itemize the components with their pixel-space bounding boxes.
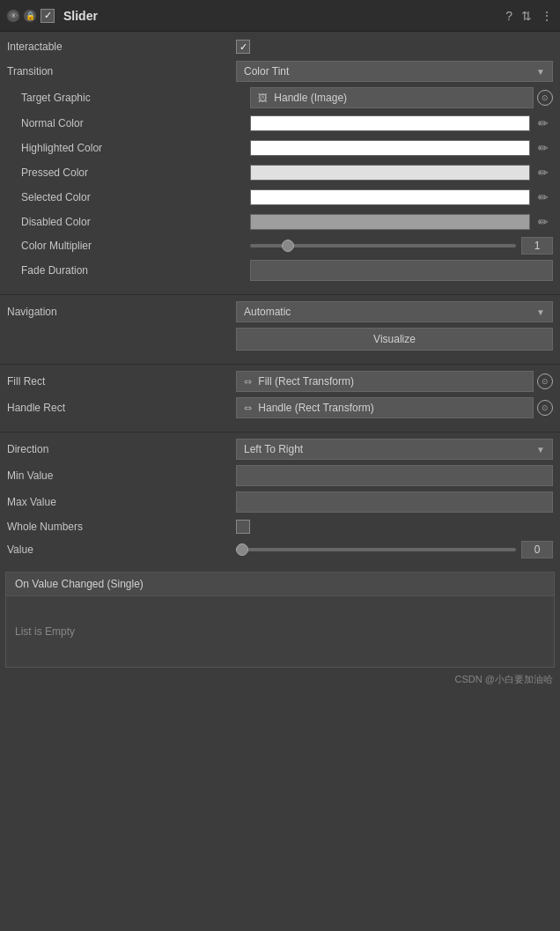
interactable-row: Interactable ✓	[0, 35, 560, 58]
max-value-row: Max Value 1	[0, 489, 560, 515]
whole-numbers-checkbox[interactable]	[236, 520, 250, 534]
target-graphic-label: Target Graphic	[21, 92, 250, 104]
target-graphic-row: Target Graphic 🖼 Handle (Image) ⊙	[0, 85, 560, 111]
value-input[interactable]	[521, 541, 553, 558]
fill-rect-label: Fill Rect	[7, 375, 236, 388]
min-value-input[interactable]: 0	[236, 465, 553, 486]
fill-rect-value: ⇔ Fill (Rect Transform) ⊙	[236, 371, 553, 392]
image-icon: 🖼	[258, 92, 268, 103]
handle-rect-field[interactable]: ⇔ Handle (Rect Transform)	[236, 397, 534, 418]
min-value-row: Min Value 0	[0, 462, 560, 489]
title-bar-right: ? ⇅ ⋮	[505, 9, 553, 23]
fade-duration-input[interactable]: 0.1	[250, 260, 553, 281]
pressed-color-label: Pressed Color	[21, 166, 250, 179]
value-slider[interactable]	[236, 548, 516, 551]
direction-dropdown-arrow: ▼	[536, 445, 545, 454]
direction-row: Direction Left To Right ▼	[0, 436, 560, 462]
visibility-icon[interactable]: 👁	[7, 10, 19, 22]
color-multiplier-label: Color Multiplier	[21, 240, 250, 252]
value-label: Value	[7, 543, 236, 556]
event-body: List is Empty	[6, 596, 554, 667]
navigation-dropdown-arrow: ▼	[536, 307, 545, 317]
selected-color-swatch[interactable]	[250, 189, 530, 205]
watermark-text: CSDN @小白要加油哈	[455, 674, 553, 684]
normal-color-row: Normal Color ✏	[0, 111, 560, 136]
transition-row: Transition Color Tint ▼	[0, 58, 560, 85]
color-multiplier-slider-container	[250, 237, 553, 255]
direction-dropdown-value: Left To Right	[244, 443, 303, 455]
transition-value: Color Tint ▼	[236, 61, 553, 82]
highlighted-color-eyedropper[interactable]: ✏	[534, 138, 553, 158]
disabled-color-row: Disabled Color ✏	[0, 210, 560, 234]
whole-numbers-label: Whole Numbers	[7, 521, 236, 533]
navigation-dropdown[interactable]: Automatic ▼	[236, 301, 553, 322]
direction-value: Left To Right ▼	[236, 439, 553, 460]
target-graphic-field[interactable]: 🖼 Handle (Image)	[250, 87, 534, 108]
target-graphic-value: 🖼 Handle (Image) ⊙	[250, 87, 553, 108]
selected-color-label: Selected Color	[21, 191, 250, 203]
watermark: CSDN @小白要加油哈	[0, 668, 560, 691]
direction-label: Direction	[7, 443, 236, 455]
pressed-color-eyedropper[interactable]: ✏	[534, 163, 553, 182]
min-value-value: 0	[236, 465, 553, 486]
title-bar-icons: 👁 🔒 ✓	[7, 9, 55, 23]
fill-rect-field[interactable]: ⇔ Fill (Rect Transform)	[236, 371, 534, 392]
fill-rect-target-icon[interactable]: ⊙	[537, 373, 553, 389]
selected-color-row: Selected Color ✏	[0, 185, 560, 210]
more-icon[interactable]: ⋮	[541, 9, 553, 23]
target-graphic-target-icon[interactable]: ⊙	[537, 90, 553, 106]
pressed-color-swatch[interactable]	[250, 165, 530, 181]
inspector-panel: Interactable ✓ Transition Color Tint ▼ T…	[0, 32, 560, 565]
direction-dropdown[interactable]: Left To Right ▼	[236, 439, 553, 460]
max-value-value: 1	[236, 491, 553, 513]
selected-color-value: ✏	[250, 188, 553, 207]
component-enabled-checkbox[interactable]: ✓	[41, 9, 55, 23]
normal-color-value: ✏	[250, 114, 553, 133]
transition-label: Transition	[7, 65, 236, 78]
presets-icon[interactable]: ⇅	[521, 9, 532, 23]
selected-color-eyedropper[interactable]: ✏	[534, 188, 553, 207]
highlighted-color-label: Highlighted Color	[21, 142, 250, 154]
visualize-row: Visualize	[0, 325, 560, 353]
color-multiplier-input[interactable]	[521, 237, 553, 255]
pressed-color-row: Pressed Color ✏	[0, 160, 560, 185]
transition-dropdown-value: Color Tint	[244, 65, 289, 78]
normal-color-eyedropper[interactable]: ✏	[534, 114, 553, 133]
min-value-label: Min Value	[7, 469, 236, 482]
fill-rect-move-icon: ⇔	[244, 376, 252, 387]
fill-rect-name: Fill (Rect Transform)	[258, 375, 354, 388]
interactable-label: Interactable	[7, 41, 236, 53]
title-bar: 👁 🔒 ✓ Slider ? ⇅ ⋮	[0, 0, 560, 32]
disabled-color-eyedropper[interactable]: ✏	[534, 212, 553, 232]
handle-rect-row: Handle Rect ⇔ Handle (Rect Transform) ⊙	[0, 395, 560, 421]
fade-duration-label: Fade Duration	[21, 264, 250, 277]
normal-color-swatch[interactable]	[250, 115, 530, 131]
max-value-input[interactable]: 1	[236, 491, 553, 513]
navigation-row: Navigation Automatic ▼	[0, 299, 560, 325]
disabled-color-swatch[interactable]	[250, 214, 530, 230]
highlighted-color-row: Highlighted Color ✏	[0, 136, 560, 160]
visualize-button[interactable]: Visualize	[236, 328, 553, 351]
disabled-color-value: ✏	[250, 212, 553, 232]
whole-numbers-value	[236, 520, 553, 534]
lock-icon[interactable]: 🔒	[24, 10, 36, 22]
navigation-value: Automatic ▼	[236, 301, 553, 322]
color-multiplier-row: Color Multiplier	[0, 234, 560, 257]
max-value-label: Max Value	[7, 496, 236, 508]
color-multiplier-slider[interactable]	[250, 244, 516, 248]
help-icon[interactable]: ?	[505, 9, 512, 23]
interactable-checkbox[interactable]: ✓	[236, 40, 250, 54]
whole-numbers-row: Whole Numbers	[0, 515, 560, 538]
handle-rect-target-icon[interactable]: ⊙	[537, 400, 553, 416]
value-row: Value	[0, 538, 560, 561]
disabled-color-label: Disabled Color	[21, 216, 250, 228]
handle-rect-move-icon: ⇔	[244, 403, 252, 413]
highlighted-color-swatch[interactable]	[250, 140, 530, 156]
value-slider-container	[236, 541, 553, 558]
event-section: On Value Changed (Single) List is Empty	[5, 572, 555, 668]
navigation-label: Navigation	[7, 306, 236, 318]
handle-rect-label: Handle Rect	[7, 402, 236, 414]
normal-color-label: Normal Color	[21, 117, 250, 129]
fade-duration-value: 0.1	[250, 260, 553, 281]
transition-dropdown[interactable]: Color Tint ▼	[236, 61, 553, 82]
